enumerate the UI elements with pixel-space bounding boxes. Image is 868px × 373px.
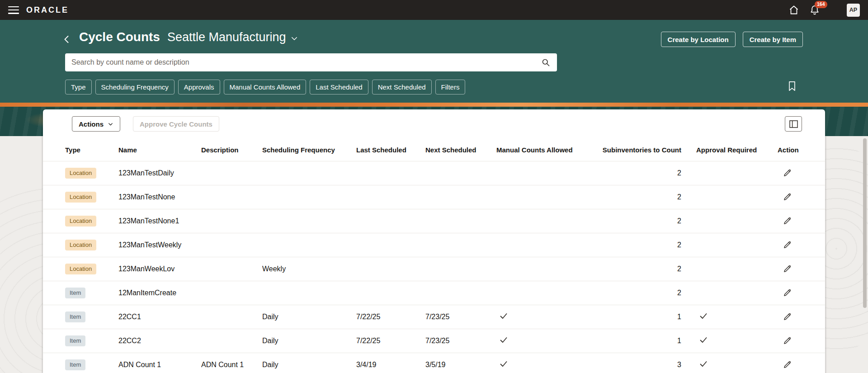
notifications-bell-icon[interactable]: 164 — [808, 3, 821, 17]
create-by-item-button[interactable]: Create by Item — [743, 32, 803, 47]
edit-pencil-icon[interactable] — [781, 335, 793, 347]
manual-counts-cell — [496, 169, 600, 177]
column-header-subinventories-to-count[interactable]: Subinventories to Count — [600, 146, 696, 154]
column-header-approval-required[interactable]: Approval Required — [696, 146, 778, 154]
action-cell — [778, 167, 821, 179]
approve-cycle-counts-button[interactable]: Approve Cycle Counts — [133, 116, 219, 132]
table-row[interactable]: Item 22CC1 Daily 7/22/25 7/23/25 1 — [43, 305, 825, 329]
type-cell: Location — [65, 240, 118, 250]
count-description: ADN Count 1 — [201, 361, 262, 369]
scheduling-frequency: Daily — [262, 337, 356, 345]
approval-cell — [696, 265, 778, 273]
subinventories-count: 2 — [600, 217, 696, 225]
approval-check — [700, 313, 707, 319]
action-cell — [778, 263, 821, 275]
action-cell — [778, 191, 821, 203]
filter-chip-next-scheduled[interactable]: Next Scheduled — [372, 80, 432, 94]
approval-cell — [696, 289, 778, 297]
edit-pencil-icon[interactable] — [781, 215, 793, 227]
edit-pencil-icon[interactable] — [781, 167, 793, 179]
type-badge: Item — [65, 335, 85, 346]
count-name: 123ManTestDaily — [118, 169, 201, 177]
manage-columns-icon[interactable] — [785, 116, 802, 132]
scheduling-frequency: Daily — [262, 361, 356, 369]
column-header-description[interactable]: Description — [201, 146, 262, 154]
actions-menu-button[interactable]: Actions — [72, 116, 120, 132]
type-badge: Location — [65, 240, 96, 250]
next-scheduled: 7/23/25 — [425, 313, 496, 321]
subinventories-count: 2 — [600, 169, 696, 177]
edit-pencil-icon[interactable] — [781, 239, 793, 251]
filter-chip-filters[interactable]: Filters — [435, 80, 466, 94]
back-button[interactable] — [61, 33, 73, 46]
count-name: 123ManWeekLov — [118, 265, 201, 273]
column-header-type[interactable]: Type — [65, 146, 118, 154]
org-context-label: Seattle Manufacturing — [167, 30, 286, 44]
last-scheduled: 7/22/25 — [356, 337, 425, 345]
filter-chip-scheduling-frequency[interactable]: Scheduling Frequency — [95, 80, 175, 94]
filter-chip-last-scheduled[interactable]: Last Scheduled — [310, 80, 368, 94]
notification-count-badge: 164 — [815, 1, 827, 8]
table-row[interactable]: Item ADN Count 1 ADN Count 1 Daily 3/4/1… — [43, 353, 825, 373]
edit-pencil-icon[interactable] — [781, 287, 793, 299]
search-icon[interactable] — [541, 58, 550, 67]
subinventories-count: 1 — [600, 337, 696, 345]
filter-chip-manual-counts-allowed[interactable]: Manual Counts Allowed — [224, 80, 307, 94]
column-header-name[interactable]: Name — [118, 146, 201, 154]
action-cell — [778, 239, 821, 251]
menu-icon[interactable] — [8, 6, 19, 14]
edit-pencil-icon[interactable] — [781, 311, 793, 323]
table-row[interactable]: Location 123ManTestNone 2 — [43, 185, 825, 209]
manual-counts-cell — [496, 265, 600, 273]
org-context-switcher[interactable]: Seattle Manufacturing — [167, 30, 298, 44]
bookmark-icon[interactable] — [787, 80, 798, 92]
search-input[interactable] — [65, 53, 557, 71]
manual-counts-cell — [496, 193, 600, 201]
filter-chip-type[interactable]: Type — [65, 80, 92, 94]
edit-pencil-icon[interactable] — [781, 359, 793, 371]
edit-pencil-icon[interactable] — [781, 191, 793, 203]
avatar[interactable]: AP — [847, 4, 860, 17]
table-row[interactable]: Location 123ManWeekLov Weekly 2 — [43, 257, 825, 281]
column-header-manual-counts-allowed[interactable]: Manual Counts Allowed — [496, 146, 600, 154]
table-row[interactable]: Location 123ManTestWeekly 2 — [43, 233, 825, 257]
table-row[interactable]: Item 12ManItemCreate 2 — [43, 281, 825, 305]
action-cell — [778, 359, 821, 371]
column-header-last-scheduled[interactable]: Last Scheduled — [356, 146, 425, 154]
edit-pencil-icon[interactable] — [781, 263, 793, 275]
column-header-next-scheduled[interactable]: Next Scheduled — [425, 146, 496, 154]
type-cell: Location — [65, 264, 118, 274]
page-title: Cycle Counts — [79, 30, 160, 44]
table-row[interactable]: Item 22CC2 Daily 7/22/25 7/23/25 1 — [43, 329, 825, 353]
banner-orange-stripe — [0, 103, 868, 107]
oracle-logo: ORACLE — [26, 5, 69, 15]
topbar-actions: 164 AP — [787, 3, 860, 17]
table-row[interactable]: Location 123ManTestDaily 2 — [43, 161, 825, 185]
column-header-scheduling-frequency[interactable]: Scheduling Frequency — [262, 146, 356, 154]
next-scheduled: 3/5/19 — [425, 361, 496, 369]
manual-counts-check — [500, 337, 507, 343]
table-row[interactable]: Location 123ManTestNone1 2 — [43, 209, 825, 233]
type-cell: Item — [65, 359, 118, 370]
create-by-location-button[interactable]: Create by Location — [661, 32, 736, 47]
type-badge: Item — [65, 359, 85, 370]
count-name: ADN Count 1 — [118, 361, 201, 369]
type-badge: Location — [65, 168, 96, 179]
type-cell: Item — [65, 288, 118, 298]
scheduling-frequency: Weekly — [262, 265, 356, 273]
cycle-counts-table: TypeNameDescriptionScheduling FrequencyL… — [43, 138, 825, 373]
manual-counts-cell — [496, 289, 600, 297]
manual-counts-cell — [496, 361, 600, 369]
filter-chip-approvals[interactable]: Approvals — [178, 80, 220, 94]
action-cell — [778, 335, 821, 347]
vertical-scrollbar[interactable] — [863, 138, 867, 308]
home-icon[interactable] — [787, 3, 801, 17]
next-scheduled: 7/23/25 — [425, 337, 496, 345]
type-badge: Location — [65, 216, 96, 227]
column-header-action[interactable]: Action — [778, 146, 821, 154]
table-header-row: TypeNameDescriptionScheduling FrequencyL… — [43, 138, 825, 161]
scheduling-frequency: Daily — [262, 313, 356, 321]
chevron-down-icon — [290, 34, 298, 42]
page-header: Cycle Counts Seattle Manufacturing Creat… — [0, 20, 868, 103]
type-badge: Item — [65, 288, 85, 298]
